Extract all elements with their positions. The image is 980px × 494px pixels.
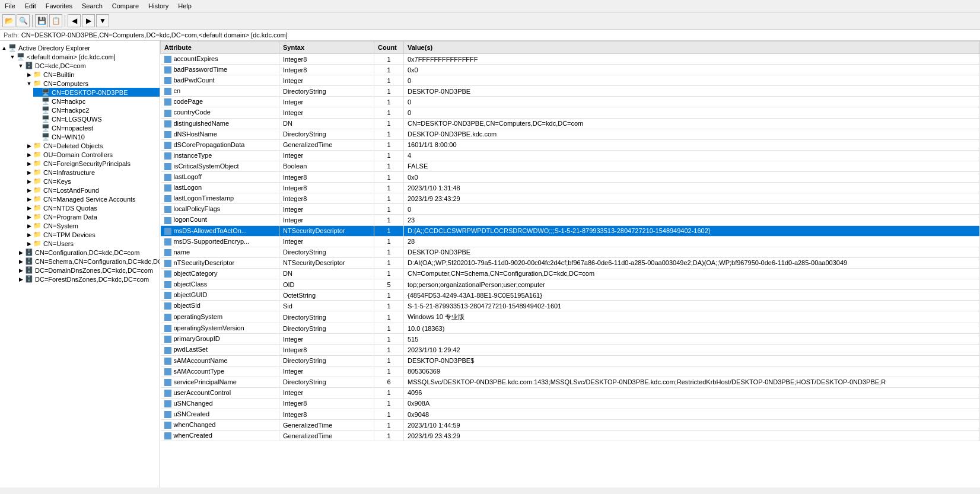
tree-item-hackpc[interactable]: 🖥️ CN=hackpc: [33, 97, 160, 106]
dd-label: <default domain> [dc.kdc.com]: [27, 53, 116, 60]
menu-item-favorites[interactable]: Favorites: [41, 1, 77, 11]
tree-children-dc: ▶ 📁 CN=Builtin ▼ 📁 CN=Computers: [17, 70, 160, 248]
table-row[interactable]: dNSHostNameDirectoryString1DESKTOP-0ND3P…: [161, 129, 980, 139]
cell-syntax: DirectoryString: [279, 86, 374, 97]
tree-item-computers[interactable]: ▼ 📁 CN=Computers: [25, 79, 160, 88]
menu-item-edit[interactable]: Edit: [20, 1, 41, 11]
table-row[interactable]: uSNCreatedInteger810x9048: [161, 409, 980, 420]
table-row[interactable]: codePageInteger10: [161, 97, 980, 107]
expand-icon-tpm: ▶: [25, 232, 33, 238]
tree-item-hackpc2[interactable]: 🖥️ CN=hackpc2: [33, 106, 160, 114]
cell-value: 0x7FFFFFFFFFFFFFFF: [404, 54, 980, 65]
toolbar-dropdown-btn[interactable]: ▼: [96, 14, 109, 27]
table-row[interactable]: nTSecurityDescriptorNTSecurityDescriptor…: [161, 257, 980, 268]
table-row[interactable]: sAMAccountNameDirectoryString1DESKTOP-0N…: [161, 355, 980, 366]
cell-value: S-1-5-21-879933513-2804727210-1548949402…: [404, 301, 980, 311]
tree-item-deleted[interactable]: ▶ 📁 CN=Deleted Objects: [25, 141, 160, 150]
sys-label: CN=System: [43, 222, 78, 230]
table-row[interactable]: uSNChangedInteger810x908A: [161, 398, 980, 409]
table-row[interactable]: isCriticalSystemObjectBoolean1FALSE: [161, 161, 980, 171]
table-row[interactable]: accountExpiresInteger810x7FFFFFFFFFFFFFF…: [161, 54, 980, 65]
table-row[interactable]: dSCorePropagationDataGeneralizedTime1160…: [161, 139, 980, 150]
menu-item-search[interactable]: Search: [77, 1, 107, 11]
cell-syntax: DN: [279, 118, 374, 129]
table-row[interactable]: nameDirectoryString1DESKTOP-0ND3PBE: [161, 247, 980, 257]
table-row[interactable]: sAMAccountTypeInteger1805306369: [161, 366, 980, 377]
table-row[interactable]: badPasswordTimeInteger810x0: [161, 65, 980, 75]
tree-item-tpm-devices[interactable]: ▶ 📁 CN=TPM Devices: [25, 230, 160, 239]
table-row[interactable]: userAccountControlInteger14096: [161, 387, 980, 398]
toolbar-back-btn[interactable]: ◀: [68, 14, 81, 27]
table-row[interactable]: logonCountInteger123: [161, 215, 980, 225]
attribute-icon: [164, 206, 171, 213]
table-row[interactable]: operatingSystemDirectoryString1Windows 1…: [161, 311, 980, 323]
table-row[interactable]: cnDirectoryString1DESKTOP-0ND3PBE: [161, 86, 980, 97]
tree-item-desktop0nd3pbe[interactable]: 🖥️ CN=DESKTOP-0ND3PBE: [33, 88, 160, 97]
users-icon: 📁: [33, 240, 42, 247]
tree-item-builtin[interactable]: ▶ 📁 CN=Builtin: [25, 70, 160, 79]
tree-item-domain-controllers[interactable]: ▶ 📁 OU=Domain Controllers: [25, 150, 160, 159]
cell-count: 5: [374, 279, 404, 289]
toolbar-open-btn[interactable]: 📂: [2, 14, 15, 27]
tree-item-foreign-security[interactable]: ▶ 📁 CN=ForeignSecurityPrincipals: [25, 159, 160, 168]
win10-label: CN=WIN10: [52, 133, 85, 141]
menu-item-file[interactable]: File: [0, 1, 20, 11]
tree-item-dc-kdc[interactable]: ▼ 🗄️ DC=kdc,DC=com: [17, 61, 160, 70]
table-row[interactable]: localPolicyFlagsInteger10: [161, 204, 980, 215]
tree-item-keys[interactable]: ▶ 📁 CN=Keys: [25, 177, 160, 186]
tree-item-win10[interactable]: 🖥️ CN=WIN10: [33, 132, 160, 141]
toolbar-separator-1: [32, 15, 33, 27]
table-row[interactable]: objectCategoryDN1CN=Computer,CN=Schema,C…: [161, 268, 980, 279]
attribute-icon: [164, 195, 171, 202]
tree-item-infrastructure[interactable]: ▶ 📁 CN=Infrastructure: [25, 168, 160, 177]
table-row[interactable]: pwdLastSetInteger812023/1/10 1:29:42: [161, 345, 980, 355]
table-row[interactable]: lastLogonTimestampInteger812023/1/9 23:4…: [161, 193, 980, 204]
tree-item-lostandfound[interactable]: ▶ 📁 CN=LostAndFound: [25, 186, 160, 195]
attribute-icon: [164, 336, 171, 343]
table-row[interactable]: msDS-SupportedEncryp...Integer128: [161, 236, 980, 247]
menu-item-help[interactable]: Help: [173, 1, 196, 11]
table-row[interactable]: lastLogoffInteger810x0: [161, 172, 980, 183]
toolbar-copy-btn[interactable]: 📋: [49, 14, 62, 27]
header-count: Count: [374, 42, 404, 54]
cell-attribute: whenCreated: [161, 431, 279, 441]
table-row[interactable]: whenCreatedGeneralizedTime12023/1/9 23:4…: [161, 431, 980, 441]
tree-item-default-domain[interactable]: ▼ 🖥️ <default domain> [dc.kdc.com]: [8, 52, 160, 61]
cell-syntax: Integer: [279, 334, 374, 345]
tree-item-root[interactable]: ▲ 🖥️ Active Directory Explorer: [0, 43, 160, 52]
table-row[interactable]: instanceTypeInteger14: [161, 150, 980, 161]
tree-item-domaindnszones[interactable]: ▶ 🗄️ DC=DomainDnsZones,DC=kdc,DC=com: [17, 266, 160, 275]
tree-item-ntds-quotas[interactable]: ▶ 📁 CN=NTDS Quotas: [25, 203, 160, 212]
tree-item-users[interactable]: ▶ 📁 CN=Users: [25, 239, 160, 248]
table-row[interactable]: objectSidSid1S-1-5-21-879933513-28047272…: [161, 301, 980, 311]
table-row[interactable]: countryCodeInteger10: [161, 107, 980, 118]
table-row[interactable]: distinguishedNameDN1CN=DESKTOP-0ND3PBE,C…: [161, 118, 980, 129]
table-row[interactable]: badPwdCountInteger10: [161, 75, 980, 86]
table-row[interactable]: objectGUIDOctetString1{4854FD53-4249-43A…: [161, 290, 980, 301]
table-row[interactable]: operatingSystemVersionDirectoryString110…: [161, 323, 980, 334]
tree-item-system[interactable]: ▶ 📁 CN=System: [25, 221, 160, 230]
tree-item-program-data[interactable]: ▶ 📁 CN=Program Data: [25, 212, 160, 221]
table-row[interactable]: objectClassOID5top;person;organizational…: [161, 279, 980, 289]
menu-item-history[interactable]: History: [144, 1, 173, 11]
tree-item-nopactest[interactable]: 🖥️ CN=nopactest: [33, 123, 160, 132]
tree-item-schema[interactable]: ▶ 🗄️ CN=Schema,CN=Configuration,DC=kdc,D…: [17, 257, 160, 266]
cell-attribute: pwdLastSet: [161, 345, 279, 355]
table-row[interactable]: primaryGroupIDInteger1515: [161, 334, 980, 345]
table-row[interactable]: lastLogonInteger812023/1/10 1:31:48: [161, 183, 980, 193]
menu-item-compare[interactable]: Compare: [107, 1, 144, 11]
cell-value: CN=Computer,CN=Schema,CN=Configuration,D…: [404, 268, 980, 279]
cell-attribute: objectGUID: [161, 290, 279, 301]
tree-item-forestdnszones[interactable]: ▶ 🗄️ DC=ForestDnsZones,DC=kdc,DC=com: [17, 275, 160, 283]
table-row[interactable]: whenChangedGeneralizedTime12023/1/10 1:4…: [161, 420, 980, 431]
table-row[interactable]: msDS-AllowedToActOn...NTSecurityDescript…: [161, 225, 980, 236]
table-row[interactable]: servicePrincipalNameDirectoryString6MSSQ…: [161, 377, 980, 387]
toolbar-search-btn[interactable]: 🔍: [17, 14, 30, 27]
toolbar-save-btn[interactable]: 💾: [35, 14, 48, 27]
tree-item-configuration[interactable]: ▶ 🗄️ CN=Configuration,DC=kdc,DC=com: [17, 248, 160, 257]
tree-item-llgsquws[interactable]: 🖥️ CN=LLGSQUWS: [33, 114, 160, 123]
cell-attribute: objectCategory: [161, 268, 279, 279]
cell-attribute: primaryGroupID: [161, 334, 279, 345]
tree-item-managed-service[interactable]: ▶ 📁 CN=Managed Service Accounts: [25, 195, 160, 203]
toolbar-forward-btn[interactable]: ▶: [82, 14, 95, 27]
